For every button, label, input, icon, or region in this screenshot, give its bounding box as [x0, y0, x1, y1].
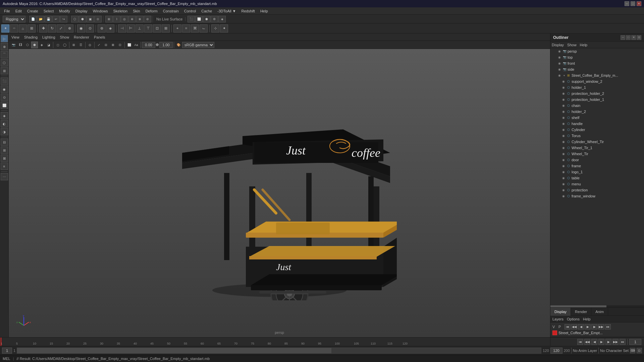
- eye-icon-torus[interactable]: ◉: [561, 133, 566, 138]
- tc-skip-start[interactable]: ⏮: [577, 339, 583, 345]
- vp-square3-btn[interactable]: ⊡: [117, 42, 123, 48]
- layer-lt-button[interactable]: ⊠: [1, 155, 8, 162]
- eye-icon-wheel-tir-1[interactable]: ◉: [561, 145, 566, 150]
- universal-tool-button[interactable]: ⊕: [65, 24, 73, 33]
- last-tool-button[interactable]: ◈: [106, 24, 114, 33]
- paint-lt-button[interactable]: ⊕: [1, 43, 8, 50]
- char-btn-2[interactable]: ⌗: [182, 24, 190, 33]
- vp-isolate-btn[interactable]: ◎: [87, 42, 93, 48]
- attr-lt-button[interactable]: ⊟: [1, 138, 8, 146]
- mode-dropdown[interactable]: Rigging: [3, 16, 25, 22]
- ipr-button[interactable]: ⬟: [203, 16, 210, 22]
- eye-icon-support[interactable]: ◉: [561, 79, 566, 84]
- tc-play-fwd[interactable]: ▶: [598, 339, 604, 345]
- snap-to-view-button[interactable]: ⊗: [136, 16, 144, 22]
- rigging-btn-5[interactable]: ⊡: [153, 24, 161, 33]
- tc-next-frame[interactable]: ▶: [605, 339, 611, 345]
- tc-prev-frame[interactable]: ◀: [591, 339, 597, 345]
- tree-item-door[interactable]: ◉ ⬡ door: [550, 157, 644, 163]
- menu-file[interactable]: File: [1, 8, 13, 14]
- move-tool-button[interactable]: ✚: [39, 24, 47, 33]
- vp-film-btn[interactable]: 🎞: [17, 42, 24, 48]
- eye-icon-protection[interactable]: ◉: [561, 188, 566, 192]
- tree-item-shelf[interactable]: ◉ ⬡ shelf: [550, 115, 644, 121]
- vp-fullscreen-btn[interactable]: ⤢: [96, 42, 102, 48]
- expand-icon-street-coffee[interactable]: ▾: [562, 74, 566, 77]
- menu-control[interactable]: Control: [181, 8, 199, 14]
- outliner-menu-help[interactable]: Help: [580, 43, 588, 47]
- vp-aa-btn[interactable]: Aa: [133, 42, 140, 48]
- tc-current-frame-input[interactable]: 1: [629, 339, 641, 345]
- eye-icon-side[interactable]: ◉: [557, 67, 562, 72]
- vp-texture-btn[interactable]: ◪: [45, 42, 52, 48]
- eye-icon-persp[interactable]: ◉: [557, 49, 562, 54]
- pb-next-frame[interactable]: ▶: [591, 324, 597, 329]
- vp-menu-panels[interactable]: Panels: [93, 35, 107, 39]
- select-by-hierarchy-button[interactable]: ⬡: [71, 16, 78, 22]
- menu-skin[interactable]: Skin: [130, 8, 143, 14]
- render-seq-button[interactable]: ⬜: [195, 16, 203, 22]
- outliner-scrollbar-h[interactable]: [550, 305, 644, 307]
- vp-grid-btn[interactable]: ⊞: [70, 42, 77, 48]
- grid-lt-button[interactable]: ⊞: [1, 146, 8, 154]
- fc-char-btn[interactable]: ⊡: [637, 348, 642, 353]
- plane-lt-button[interactable]: ⬜: [1, 102, 8, 109]
- eye-icon-door[interactable]: ◉: [561, 158, 566, 162]
- cylinder-lt-button[interactable]: ⊙: [1, 94, 8, 101]
- char-btn-4[interactable]: ⌙: [200, 24, 208, 33]
- deform-lt-button[interactable]: ⊞: [1, 67, 8, 74]
- eye-icon-cylinder[interactable]: ◉: [561, 127, 566, 132]
- scale-tool-button[interactable]: ⤢: [57, 24, 65, 33]
- eye-icon-holder2[interactable]: ◉: [561, 109, 566, 114]
- pb-next-key[interactable]: ▶▶: [598, 324, 604, 329]
- menu-windows[interactable]: Windows: [90, 8, 111, 14]
- rigging-btn-1[interactable]: ⊣: [118, 24, 126, 33]
- menu-cache[interactable]: Cache: [199, 8, 215, 14]
- outliner-tree[interactable]: ◉ 📷 persp ◉ 📷 top ◉ 📷 front ◉ 📷 side: [550, 48, 644, 305]
- snap-to-point-button[interactable]: ◎: [121, 16, 128, 22]
- eye-icon-wheel-tir[interactable]: ◉: [561, 152, 566, 156]
- vp-menu-shading[interactable]: Shading: [23, 35, 39, 39]
- sub-tab-help[interactable]: Help: [583, 317, 591, 321]
- rigging-btn-3[interactable]: ⊥: [136, 24, 144, 33]
- menu-3dtoall[interactable]: -3DToAll ▼: [215, 8, 239, 14]
- outliner-maximize-button[interactable]: □: [626, 35, 631, 40]
- vp-menu-renderer[interactable]: Renderer: [72, 35, 91, 39]
- outliner-menu-display[interactable]: Display: [552, 43, 564, 47]
- sculpt-button[interactable]: ⊙: [86, 24, 94, 33]
- timeline-area[interactable]: 1 5 10 15 20 25 30 35 40 45 50 55 60 65 …: [0, 337, 644, 346]
- select-by-component-button[interactable]: ⬢: [79, 16, 86, 22]
- eye-icon-table[interactable]: ◉: [561, 176, 566, 180]
- camera-lt-button[interactable]: ◐: [1, 120, 8, 127]
- tc-next-key[interactable]: ▶▶: [612, 339, 619, 345]
- vp-square1-btn[interactable]: ⊟: [103, 42, 109, 48]
- menu-modify[interactable]: Modify: [56, 8, 72, 14]
- lasso-tool-button[interactable]: ⌔: [10, 24, 18, 33]
- channel-lt-button[interactable]: ≡: [1, 163, 8, 170]
- vp-resolution-btn[interactable]: ⬜: [126, 42, 132, 48]
- outliner-minimize-button[interactable]: ─: [621, 35, 625, 40]
- redo-button[interactable]: ↪: [60, 16, 67, 22]
- tc-skip-end[interactable]: ⏭: [620, 339, 626, 345]
- rigging-btn-2[interactable]: ⊢: [127, 24, 135, 33]
- tree-item-torus[interactable]: ◉ ⬡ Torus: [550, 133, 644, 139]
- tree-item-table[interactable]: ◉ ⬡ table: [550, 175, 644, 181]
- tab-display[interactable]: Display: [550, 308, 571, 316]
- show-manipulator-button[interactable]: ⊛: [98, 24, 106, 33]
- tree-item-menu[interactable]: ◉ ⬡ menu: [550, 181, 644, 187]
- tree-item-logo-1[interactable]: ◉ ⬡ logo_1: [550, 169, 644, 175]
- menu-skeleton[interactable]: Skeleton: [110, 8, 130, 14]
- frame-range-slider[interactable]: [17, 348, 541, 354]
- tree-item-holder-1[interactable]: ◉ ⬡ holder_1: [550, 84, 644, 90]
- tree-item-support-window-2[interactable]: ◉ ⬡ support_window_2: [550, 78, 644, 84]
- tree-item-protection-holder-2[interactable]: ◉ ⬡ protection_holder_2: [550, 90, 644, 97]
- timeline-playhead[interactable]: [1, 338, 1, 346]
- outliner-float-button[interactable]: ⊡: [637, 35, 641, 40]
- vp-hud-btn[interactable]: ☰: [77, 42, 84, 48]
- tree-item-cylinder[interactable]: ◉ ⬡ Cylinder: [550, 127, 644, 133]
- surface-lt-button[interactable]: ⬡: [1, 59, 8, 66]
- cube-lt-button[interactable]: ⬛: [1, 77, 8, 85]
- outliner-menu-show[interactable]: Show: [567, 43, 577, 47]
- vp-smooth-btn[interactable]: ◈: [38, 42, 45, 48]
- sub-tab-options[interactable]: Options: [567, 317, 580, 321]
